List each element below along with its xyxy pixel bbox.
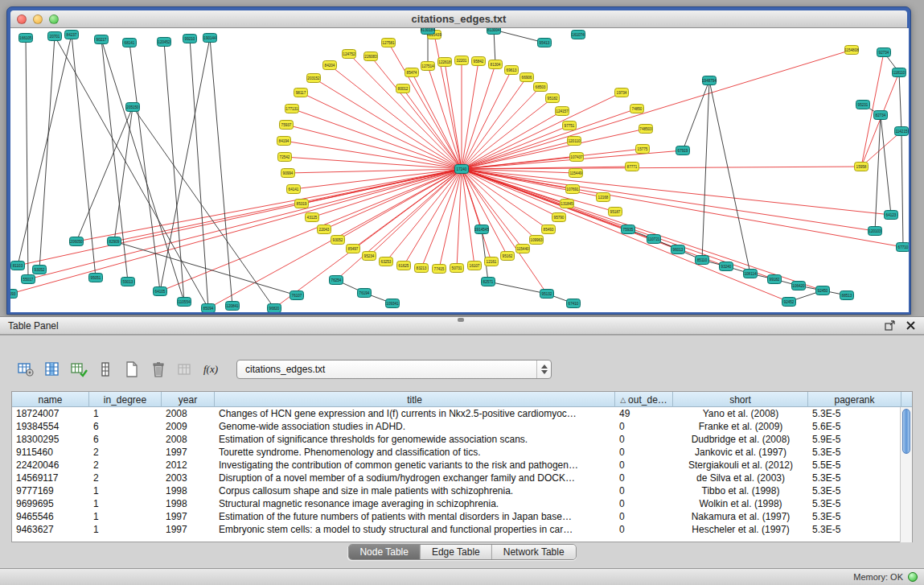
graph-node[interactable]: 813004	[487, 28, 501, 35]
graph-edge[interactable]	[462, 169, 903, 247]
table-cell[interactable]: 14569117	[12, 472, 89, 484]
select-all-columns-button[interactable]	[68, 358, 90, 381]
graph-edge[interactable]	[462, 169, 615, 212]
graph-node[interactable]: 115449	[569, 169, 583, 178]
graph-edge[interactable]	[404, 169, 462, 266]
graph-node[interactable]: 90217	[95, 35, 109, 44]
graph-node[interactable]: 95790	[552, 213, 566, 222]
graph-node[interactable]: 1154808	[844, 46, 859, 55]
graph-node[interactable]: 206050	[70, 237, 84, 246]
graph-node[interactable]: 43125	[306, 213, 319, 222]
graph-node[interactable]: 85094	[202, 304, 216, 313]
table-cell[interactable]: Changes of HCN gene expression and I(f) …	[215, 407, 615, 420]
table-settings-button[interactable]	[14, 358, 37, 381]
graph-node[interactable]: 22043	[318, 225, 331, 234]
graph-node[interactable]: 64105	[154, 287, 167, 296]
graph-node[interactable]: 161074	[572, 31, 585, 39]
table-cell[interactable]: Wolkin et al. (1998)	[673, 497, 808, 510]
graph-node[interactable]: 95413	[538, 39, 552, 47]
graph-node[interactable]: 120103	[869, 227, 882, 236]
graph-node[interactable]: 124752	[343, 50, 356, 59]
graph-node[interactable]: 177131	[285, 105, 299, 113]
table-cell[interactable]: 0	[615, 420, 673, 433]
table-row[interactable]: 946362711997Embryonic stem cells: a mode…	[12, 523, 912, 536]
graph-edge[interactable]	[462, 64, 495, 169]
graph-edge[interactable]	[462, 129, 646, 169]
table-cell[interactable]: 9465546	[12, 510, 89, 523]
table-cell[interactable]: 5.3E-5	[808, 472, 901, 484]
graph-node[interactable]: 114215	[895, 127, 909, 136]
table-cell[interactable]: 1	[89, 523, 162, 536]
import-table-button[interactable]	[174, 358, 196, 381]
graph-edge[interactable]	[26, 38, 28, 279]
graph-node[interactable]: 95234	[363, 252, 376, 261]
table-cell[interactable]: 5.3E-5	[808, 446, 901, 459]
graph-node[interactable]: 50731	[450, 264, 464, 273]
graph-node[interactable]: 76093	[10, 290, 18, 299]
graph-node[interactable]: 84237	[65, 31, 79, 39]
graph-node[interactable]: 122618	[438, 58, 452, 67]
table-cell[interactable]: Jankovic et al. (1997)	[673, 446, 808, 459]
table-selector-combo[interactable]: citations_edges.txt	[236, 360, 552, 379]
graph-edge[interactable]	[330, 65, 462, 169]
close-button[interactable]	[17, 14, 27, 24]
graph-node[interactable]: 107437	[570, 153, 584, 162]
combo-stepper-icon[interactable]	[536, 360, 551, 378]
graph-node[interactable]: 75935	[622, 225, 635, 234]
table-cell[interactable]: Investigating the contribution of common…	[215, 459, 615, 472]
graph-edge[interactable]	[284, 141, 462, 169]
table-cell[interactable]: 2	[89, 459, 162, 472]
table-cell[interactable]: 18724007	[12, 407, 89, 420]
graph-edge[interactable]	[488, 282, 547, 294]
graph-node[interactable]: 1948794	[702, 76, 717, 85]
graph-node[interactable]: 77415	[433, 265, 446, 274]
column-header-title[interactable]: title	[215, 392, 615, 407]
tab-edge-table[interactable]: Edge Table	[421, 545, 492, 559]
graph-edge[interactable]	[462, 169, 789, 302]
graph-node[interactable]: 82909	[108, 237, 121, 246]
graph-node[interactable]: 92452	[782, 298, 796, 307]
tab-network-table[interactable]: Network Table	[492, 545, 576, 559]
graph-node[interactable]: 68141	[123, 39, 137, 47]
table-cell[interactable]: Tibbo et al. (1998)	[673, 484, 808, 497]
splitter-handle[interactable]	[458, 318, 464, 322]
table-row[interactable]: 911546021997Tourette syndrome. Phenomeno…	[12, 446, 912, 459]
table-row[interactable]: 946554611997Estimation of the future num…	[12, 510, 912, 523]
graph-node[interactable]: 12161	[485, 257, 499, 266]
table-cell[interactable]: Disruption of a novel member of a sodium…	[215, 472, 615, 484]
graph-node[interactable]: 92450	[816, 286, 830, 295]
new-table-button[interactable]	[121, 358, 143, 381]
graph-node[interactable]: 93052	[331, 236, 345, 245]
graph-edge[interactable]	[462, 169, 482, 229]
graph-node[interactable]: 90994	[281, 169, 295, 178]
table-cell[interactable]: 1998	[162, 497, 215, 510]
graph-node[interactable]: 109341	[386, 299, 400, 308]
graph-node[interactable]: 120841	[226, 302, 240, 311]
graph-node[interactable]: 32201	[455, 56, 469, 65]
graph-edge[interactable]	[190, 39, 208, 308]
table-cell[interactable]: 9699695	[12, 497, 89, 510]
graph-edge[interactable]	[494, 30, 495, 64]
table-cell[interactable]: Genome-wide association studies in ADHD.	[215, 420, 615, 433]
graph-node[interactable]: 84194	[277, 137, 291, 146]
graph-node[interactable]: 66906	[520, 73, 534, 82]
table-cell[interactable]: 0	[615, 459, 673, 472]
graph-node[interactable]: 64141	[287, 185, 301, 194]
graph-node[interactable]: 115440	[516, 245, 530, 253]
column-header-year[interactable]: year	[162, 392, 215, 407]
graph-node[interactable]: 85493	[542, 225, 556, 234]
table-cell[interactable]: 2	[89, 472, 162, 484]
graph-edge[interactable]	[709, 80, 750, 274]
graph-edge[interactable]	[314, 78, 462, 169]
table-cell[interactable]: 5.3E-5	[808, 497, 901, 510]
table-cell[interactable]: 0	[615, 497, 673, 510]
graph-node[interactable]: 82571	[482, 278, 495, 286]
table-cell[interactable]: 1	[89, 497, 162, 510]
window-titlebar[interactable]: citations_edges.txt	[10, 10, 907, 28]
table-cell[interactable]: Franke et al. (2009)	[673, 420, 808, 433]
graph-edge[interactable]	[55, 36, 208, 308]
table-cell[interactable]: 1997	[162, 446, 215, 459]
graph-node[interactable]: 127514	[421, 62, 435, 71]
graph-node[interactable]: 84204	[323, 61, 337, 70]
table-cell[interactable]: 9463627	[12, 523, 89, 536]
